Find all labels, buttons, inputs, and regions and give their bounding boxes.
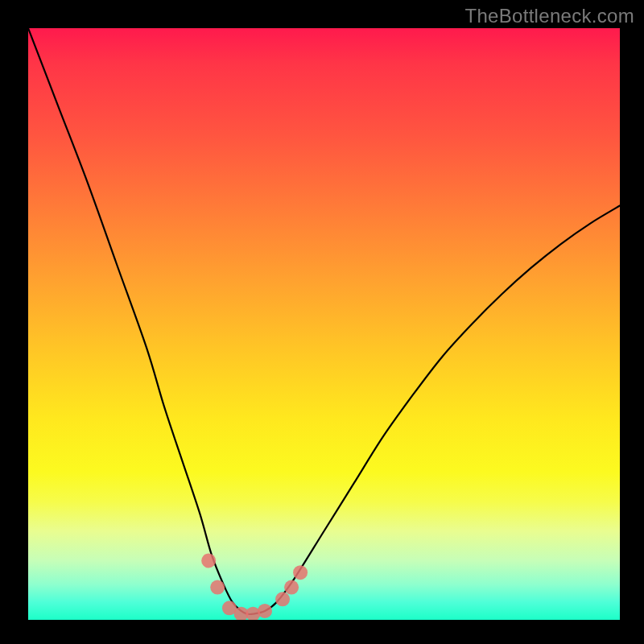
marker-group xyxy=(201,554,308,621)
data-marker xyxy=(284,580,299,595)
data-marker xyxy=(258,604,272,618)
data-marker xyxy=(210,580,225,595)
bottleneck-curve-path xyxy=(28,28,620,614)
chart-plot-area xyxy=(28,28,620,620)
bottleneck-curve-svg xyxy=(28,28,620,620)
data-marker xyxy=(293,565,308,580)
data-marker xyxy=(201,554,216,568)
watermark-text: TheBottleneck.com xyxy=(464,5,634,27)
data-marker xyxy=(275,592,290,606)
